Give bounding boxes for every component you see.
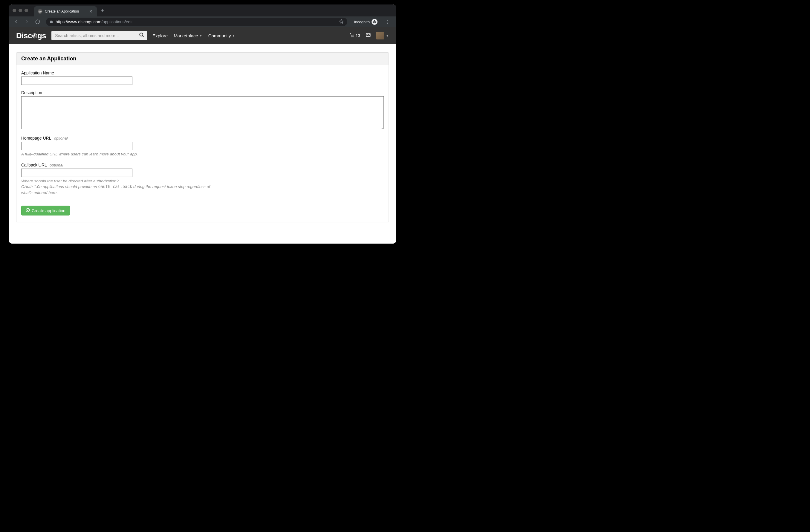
nav-explore-label: Explore [152, 33, 168, 38]
minimize-window-button[interactable] [18, 9, 22, 12]
search-input[interactable] [51, 33, 136, 38]
footer-col-join[interactable]: Join In [189, 243, 204, 244]
cart-button[interactable]: 13 [350, 33, 360, 38]
callback-label-text: Callback URL [21, 163, 47, 167]
discogs-logo[interactable]: Discgs [16, 31, 46, 41]
site-header: Discgs Explore Marketplace ▼ [9, 27, 396, 44]
search-icon [139, 32, 144, 39]
svg-point-9 [353, 37, 354, 37]
create-application-button[interactable]: Create application [21, 206, 70, 215]
address-bar[interactable]: https://www.discogs.com/applications/edi… [46, 18, 347, 26]
callback-help-code: oauth_callback [98, 184, 132, 189]
maximize-window-button[interactable] [25, 9, 28, 12]
form-group-description: Description [21, 90, 384, 130]
new-tab-button[interactable]: + [97, 7, 109, 14]
page-content: Discgs Explore Marketplace ▼ [9, 27, 396, 244]
forward-button[interactable] [22, 17, 32, 27]
logo-text-1: Disc [16, 31, 32, 40]
reload-button[interactable] [33, 17, 43, 27]
callback-label: Callback URL optional [21, 163, 384, 167]
content-wrap: Create an Application Application Name D… [9, 44, 396, 231]
svg-line-7 [143, 35, 144, 37]
url-scheme: https:// [55, 19, 68, 24]
description-label: Description [21, 90, 384, 95]
close-window-button[interactable] [13, 9, 16, 12]
homepage-label-text: Homepage URL [21, 136, 51, 141]
callback-help-1: Where should the user be directed after … [21, 178, 215, 184]
user-menu[interactable]: ▼ [376, 32, 389, 39]
browser-tabs-bar: Create an Application ✕ + [9, 4, 396, 16]
browser-tab[interactable]: Create an Application ✕ [34, 6, 97, 16]
nav-marketplace-label: Marketplace [174, 33, 198, 38]
form-group-homepage: Homepage URL optional A fully-qualified … [21, 136, 384, 157]
footer-col-follow[interactable]: Follow Us [269, 243, 290, 244]
callback-optional-label: optional [50, 163, 63, 167]
form-card: Create an Application Application Name D… [16, 52, 389, 222]
tab-close-button[interactable]: ✕ [88, 9, 93, 14]
callback-help-text: Where should the user be directed after … [21, 178, 215, 196]
nav-marketplace[interactable]: Marketplace ▼ [174, 33, 202, 38]
form-body: Application Name Description Homepage UR… [16, 65, 389, 222]
logo-record-icon [32, 31, 37, 37]
browser-window: Create an Application ✕ + https://www.di… [9, 4, 396, 244]
url-text: https://www.discogs.com/applications/edi… [55, 19, 337, 24]
lock-icon [50, 19, 53, 25]
check-circle-icon [26, 208, 30, 213]
svg-point-5 [34, 35, 35, 36]
url-path: /applications/edit [101, 19, 132, 24]
homepage-label: Homepage URL optional [21, 136, 384, 141]
cart-count: 13 [356, 33, 360, 38]
browser-toolbar-right: Incognito ⋮ [351, 18, 394, 26]
tab-title: Create an Application [45, 9, 86, 14]
chevron-down-icon: ▼ [199, 34, 202, 37]
form-group-app-name: Application Name [21, 70, 384, 85]
footer: Discogs Help Is Here Join In Follow Us M… [9, 231, 396, 244]
cart-icon [350, 33, 355, 38]
app-name-label: Application Name [21, 70, 384, 75]
form-card-title: Create an Application [16, 53, 389, 65]
messages-button[interactable] [366, 32, 371, 39]
footer-col-databases[interactable]: More Databases [355, 243, 389, 244]
svg-marker-2 [340, 19, 343, 23]
footer-col-help[interactable]: Help Is Here [98, 243, 124, 244]
app-name-input[interactable] [21, 77, 132, 85]
logo-text-2: gs [37, 31, 46, 40]
callback-url-input[interactable] [21, 168, 132, 177]
bookmark-star-icon[interactable] [339, 19, 344, 25]
window-controls [13, 9, 34, 12]
callback-help-2a: OAuth 1.0a applications should provide a… [21, 184, 98, 189]
footer-col-discogs[interactable]: Discogs [16, 243, 33, 244]
browser-menu-button[interactable]: ⋮ [383, 19, 392, 25]
incognito-label: Incognito [354, 20, 370, 24]
envelope-icon [366, 33, 371, 38]
homepage-optional-label: optional [54, 136, 68, 141]
nav-explore[interactable]: Explore [152, 33, 168, 38]
create-application-label: Create application [32, 208, 65, 213]
incognito-icon [372, 19, 377, 25]
back-button[interactable] [11, 17, 21, 27]
tab-favicon-icon [38, 9, 43, 14]
browser-toolbar: https://www.discogs.com/applications/edi… [9, 16, 396, 27]
url-domain: www.discogs.com [68, 19, 101, 24]
callback-help-2: OAuth 1.0a applications should provide a… [21, 184, 215, 195]
avatar [376, 32, 384, 39]
nav-community[interactable]: Community ▼ [208, 33, 235, 38]
form-group-callback: Callback URL optional Where should the u… [21, 163, 384, 196]
main-nav: Explore Marketplace ▼ Community ▼ [152, 33, 235, 38]
nav-community-label: Community [208, 33, 231, 38]
svg-point-1 [40, 11, 40, 12]
svg-point-8 [351, 37, 352, 37]
homepage-help-text: A fully-qualified URL where users can le… [21, 151, 215, 157]
header-right: 13 ▼ [350, 32, 389, 39]
homepage-url-input[interactable] [21, 142, 132, 150]
svg-point-6 [140, 33, 143, 36]
description-textarea[interactable] [21, 96, 384, 129]
incognito-badge[interactable]: Incognito [351, 18, 380, 26]
chevron-down-icon: ▼ [232, 34, 235, 37]
chevron-down-icon: ▼ [386, 34, 389, 37]
search-box [51, 31, 147, 41]
search-button[interactable] [136, 31, 147, 41]
